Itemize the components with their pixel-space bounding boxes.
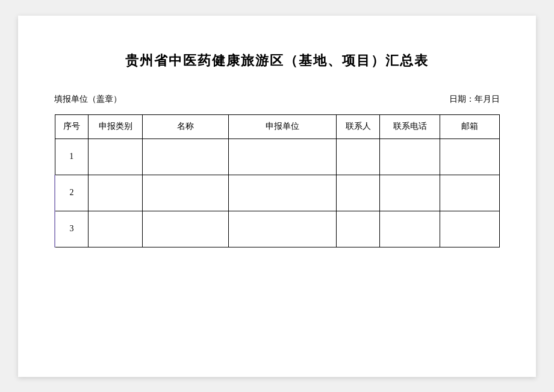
page-title: 贵州省中医药健康旅游区（基地、项目）汇总表 — [54, 52, 500, 70]
header-type: 申报类别 — [88, 114, 142, 138]
table-row: 2 — [55, 175, 500, 211]
table-row: 3 — [55, 211, 500, 247]
table-row: 1 — [55, 138, 500, 175]
row3-phone[interactable] — [380, 211, 440, 247]
table-container: 序号 申报类别 名称 申报单位 联系人 联系电话 邮箱 1 — [54, 114, 500, 247]
meta-row: 填报单位（盖章） 日期：年月日 — [54, 94, 500, 105]
row3-type[interactable] — [88, 211, 142, 247]
row2-type[interactable] — [88, 175, 142, 211]
header-unit: 申报单位 — [229, 114, 336, 138]
row1-seq: 1 — [55, 138, 88, 175]
row3-seq: 3 — [55, 211, 88, 247]
row3-unit[interactable] — [229, 211, 336, 247]
row3-name[interactable] — [143, 211, 229, 247]
row2-contact[interactable] — [336, 175, 380, 211]
row1-phone[interactable] — [380, 138, 440, 175]
row2-unit[interactable] — [229, 175, 336, 211]
meta-right-label: 日期：年月日 — [449, 94, 500, 105]
page-container: 贵州省中医药健康旅游区（基地、项目）汇总表 填报单位（盖章） 日期：年月日 序号… — [18, 16, 536, 377]
meta-left-label: 填报单位（盖章） — [54, 94, 122, 105]
row2-name[interactable] — [143, 175, 229, 211]
header-contact: 联系人 — [336, 114, 380, 138]
row3-contact[interactable] — [336, 211, 380, 247]
row1-unit[interactable] — [229, 138, 336, 175]
table-header-row: 序号 申报类别 名称 申报单位 联系人 联系电话 邮箱 — [55, 114, 500, 138]
row1-contact[interactable] — [336, 138, 380, 175]
row1-name[interactable] — [143, 138, 229, 175]
summary-table: 序号 申报类别 名称 申报单位 联系人 联系电话 邮箱 1 — [54, 114, 500, 247]
header-phone: 联系电话 — [380, 114, 440, 138]
header-seq: 序号 — [55, 114, 88, 138]
row2-seq: 2 — [55, 175, 88, 211]
row3-email[interactable] — [440, 211, 499, 247]
row1-email[interactable] — [440, 138, 499, 175]
row2-email[interactable] — [440, 175, 499, 211]
row1-type[interactable] — [88, 138, 142, 175]
header-email: 邮箱 — [440, 114, 499, 138]
header-name: 名称 — [143, 114, 229, 138]
row2-phone[interactable] — [380, 175, 440, 211]
